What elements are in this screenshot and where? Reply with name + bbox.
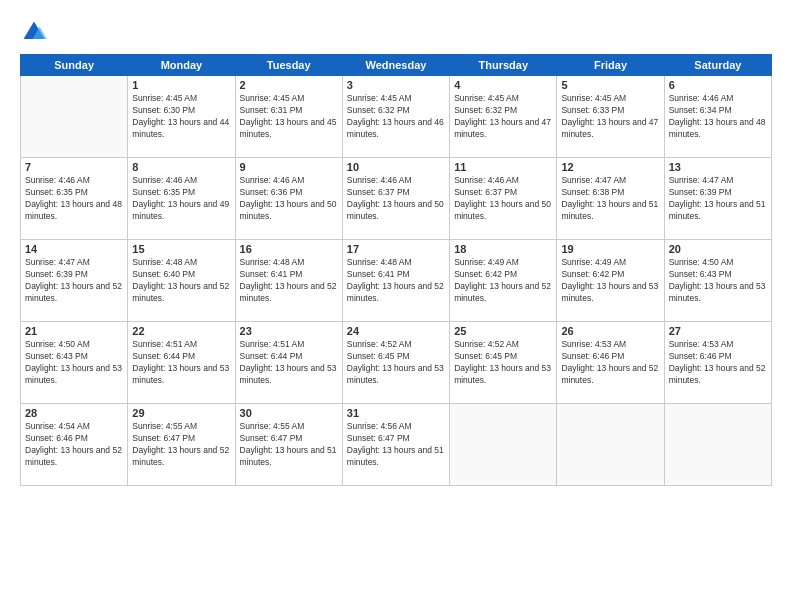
weekday-header-wednesday: Wednesday (342, 55, 449, 76)
calendar-cell: 2Sunrise: 4:45 AMSunset: 6:31 PMDaylight… (235, 76, 342, 158)
weekday-header-monday: Monday (128, 55, 235, 76)
day-info: Sunrise: 4:45 AMSunset: 6:32 PMDaylight:… (347, 93, 445, 141)
day-number: 25 (454, 325, 552, 337)
calendar-cell: 9Sunrise: 4:46 AMSunset: 6:36 PMDaylight… (235, 158, 342, 240)
calendar-cell: 16Sunrise: 4:48 AMSunset: 6:41 PMDayligh… (235, 240, 342, 322)
day-number: 26 (561, 325, 659, 337)
week-row-5: 28Sunrise: 4:54 AMSunset: 6:46 PMDayligh… (21, 404, 772, 486)
calendar-cell (664, 404, 771, 486)
day-info: Sunrise: 4:46 AMSunset: 6:35 PMDaylight:… (132, 175, 230, 223)
calendar-cell: 10Sunrise: 4:46 AMSunset: 6:37 PMDayligh… (342, 158, 449, 240)
weekday-row: SundayMondayTuesdayWednesdayThursdayFrid… (21, 55, 772, 76)
day-info: Sunrise: 4:52 AMSunset: 6:45 PMDaylight:… (454, 339, 552, 387)
day-number: 7 (25, 161, 123, 173)
calendar-cell: 17Sunrise: 4:48 AMSunset: 6:41 PMDayligh… (342, 240, 449, 322)
week-row-1: 1Sunrise: 4:45 AMSunset: 6:30 PMDaylight… (21, 76, 772, 158)
calendar-cell: 29Sunrise: 4:55 AMSunset: 6:47 PMDayligh… (128, 404, 235, 486)
week-row-2: 7Sunrise: 4:46 AMSunset: 6:35 PMDaylight… (21, 158, 772, 240)
day-info: Sunrise: 4:50 AMSunset: 6:43 PMDaylight:… (669, 257, 767, 305)
day-number: 17 (347, 243, 445, 255)
calendar-cell: 21Sunrise: 4:50 AMSunset: 6:43 PMDayligh… (21, 322, 128, 404)
day-info: Sunrise: 4:46 AMSunset: 6:36 PMDaylight:… (240, 175, 338, 223)
day-info: Sunrise: 4:49 AMSunset: 6:42 PMDaylight:… (561, 257, 659, 305)
day-info: Sunrise: 4:46 AMSunset: 6:37 PMDaylight:… (347, 175, 445, 223)
day-info: Sunrise: 4:48 AMSunset: 6:41 PMDaylight:… (240, 257, 338, 305)
day-info: Sunrise: 4:45 AMSunset: 6:32 PMDaylight:… (454, 93, 552, 141)
calendar-cell: 6Sunrise: 4:46 AMSunset: 6:34 PMDaylight… (664, 76, 771, 158)
day-number: 8 (132, 161, 230, 173)
day-info: Sunrise: 4:48 AMSunset: 6:40 PMDaylight:… (132, 257, 230, 305)
week-row-3: 14Sunrise: 4:47 AMSunset: 6:39 PMDayligh… (21, 240, 772, 322)
week-row-4: 21Sunrise: 4:50 AMSunset: 6:43 PMDayligh… (21, 322, 772, 404)
day-info: Sunrise: 4:45 AMSunset: 6:31 PMDaylight:… (240, 93, 338, 141)
day-info: Sunrise: 4:55 AMSunset: 6:47 PMDaylight:… (132, 421, 230, 469)
day-number: 31 (347, 407, 445, 419)
day-number: 20 (669, 243, 767, 255)
calendar-cell: 28Sunrise: 4:54 AMSunset: 6:46 PMDayligh… (21, 404, 128, 486)
calendar-cell: 15Sunrise: 4:48 AMSunset: 6:40 PMDayligh… (128, 240, 235, 322)
calendar-cell: 8Sunrise: 4:46 AMSunset: 6:35 PMDaylight… (128, 158, 235, 240)
calendar-cell: 23Sunrise: 4:51 AMSunset: 6:44 PMDayligh… (235, 322, 342, 404)
calendar-cell: 25Sunrise: 4:52 AMSunset: 6:45 PMDayligh… (450, 322, 557, 404)
day-number: 5 (561, 79, 659, 91)
calendar-cell: 22Sunrise: 4:51 AMSunset: 6:44 PMDayligh… (128, 322, 235, 404)
day-info: Sunrise: 4:49 AMSunset: 6:42 PMDaylight:… (454, 257, 552, 305)
weekday-header-friday: Friday (557, 55, 664, 76)
day-info: Sunrise: 4:45 AMSunset: 6:30 PMDaylight:… (132, 93, 230, 141)
calendar-cell: 13Sunrise: 4:47 AMSunset: 6:39 PMDayligh… (664, 158, 771, 240)
calendar-cell: 14Sunrise: 4:47 AMSunset: 6:39 PMDayligh… (21, 240, 128, 322)
calendar-cell: 27Sunrise: 4:53 AMSunset: 6:46 PMDayligh… (664, 322, 771, 404)
calendar-cell: 18Sunrise: 4:49 AMSunset: 6:42 PMDayligh… (450, 240, 557, 322)
day-info: Sunrise: 4:47 AMSunset: 6:39 PMDaylight:… (25, 257, 123, 305)
calendar-cell (450, 404, 557, 486)
day-info: Sunrise: 4:54 AMSunset: 6:46 PMDaylight:… (25, 421, 123, 469)
logo-icon (20, 18, 48, 46)
day-number: 18 (454, 243, 552, 255)
day-number: 14 (25, 243, 123, 255)
day-info: Sunrise: 4:56 AMSunset: 6:47 PMDaylight:… (347, 421, 445, 469)
calendar-cell: 26Sunrise: 4:53 AMSunset: 6:46 PMDayligh… (557, 322, 664, 404)
calendar: SundayMondayTuesdayWednesdayThursdayFrid… (20, 54, 772, 486)
day-info: Sunrise: 4:46 AMSunset: 6:37 PMDaylight:… (454, 175, 552, 223)
day-info: Sunrise: 4:45 AMSunset: 6:33 PMDaylight:… (561, 93, 659, 141)
day-info: Sunrise: 4:52 AMSunset: 6:45 PMDaylight:… (347, 339, 445, 387)
calendar-body: 1Sunrise: 4:45 AMSunset: 6:30 PMDaylight… (21, 76, 772, 486)
calendar-cell: 20Sunrise: 4:50 AMSunset: 6:43 PMDayligh… (664, 240, 771, 322)
calendar-header: SundayMondayTuesdayWednesdayThursdayFrid… (21, 55, 772, 76)
calendar-cell: 19Sunrise: 4:49 AMSunset: 6:42 PMDayligh… (557, 240, 664, 322)
calendar-cell (21, 76, 128, 158)
day-number: 6 (669, 79, 767, 91)
day-number: 30 (240, 407, 338, 419)
calendar-cell: 30Sunrise: 4:55 AMSunset: 6:47 PMDayligh… (235, 404, 342, 486)
day-info: Sunrise: 4:46 AMSunset: 6:34 PMDaylight:… (669, 93, 767, 141)
weekday-header-sunday: Sunday (21, 55, 128, 76)
day-number: 21 (25, 325, 123, 337)
day-number: 15 (132, 243, 230, 255)
calendar-cell: 4Sunrise: 4:45 AMSunset: 6:32 PMDaylight… (450, 76, 557, 158)
calendar-cell (557, 404, 664, 486)
day-number: 29 (132, 407, 230, 419)
day-info: Sunrise: 4:53 AMSunset: 6:46 PMDaylight:… (669, 339, 767, 387)
day-number: 19 (561, 243, 659, 255)
weekday-header-saturday: Saturday (664, 55, 771, 76)
calendar-cell: 1Sunrise: 4:45 AMSunset: 6:30 PMDaylight… (128, 76, 235, 158)
day-number: 13 (669, 161, 767, 173)
calendar-cell: 5Sunrise: 4:45 AMSunset: 6:33 PMDaylight… (557, 76, 664, 158)
calendar-cell: 7Sunrise: 4:46 AMSunset: 6:35 PMDaylight… (21, 158, 128, 240)
day-number: 16 (240, 243, 338, 255)
day-info: Sunrise: 4:46 AMSunset: 6:35 PMDaylight:… (25, 175, 123, 223)
day-info: Sunrise: 4:55 AMSunset: 6:47 PMDaylight:… (240, 421, 338, 469)
calendar-cell: 24Sunrise: 4:52 AMSunset: 6:45 PMDayligh… (342, 322, 449, 404)
weekday-header-tuesday: Tuesday (235, 55, 342, 76)
calendar-cell: 11Sunrise: 4:46 AMSunset: 6:37 PMDayligh… (450, 158, 557, 240)
day-info: Sunrise: 4:51 AMSunset: 6:44 PMDaylight:… (132, 339, 230, 387)
day-number: 3 (347, 79, 445, 91)
page: SundayMondayTuesdayWednesdayThursdayFrid… (0, 0, 792, 612)
day-number: 27 (669, 325, 767, 337)
day-info: Sunrise: 4:50 AMSunset: 6:43 PMDaylight:… (25, 339, 123, 387)
header (20, 18, 772, 46)
day-info: Sunrise: 4:47 AMSunset: 6:38 PMDaylight:… (561, 175, 659, 223)
weekday-header-thursday: Thursday (450, 55, 557, 76)
day-info: Sunrise: 4:47 AMSunset: 6:39 PMDaylight:… (669, 175, 767, 223)
day-number: 10 (347, 161, 445, 173)
